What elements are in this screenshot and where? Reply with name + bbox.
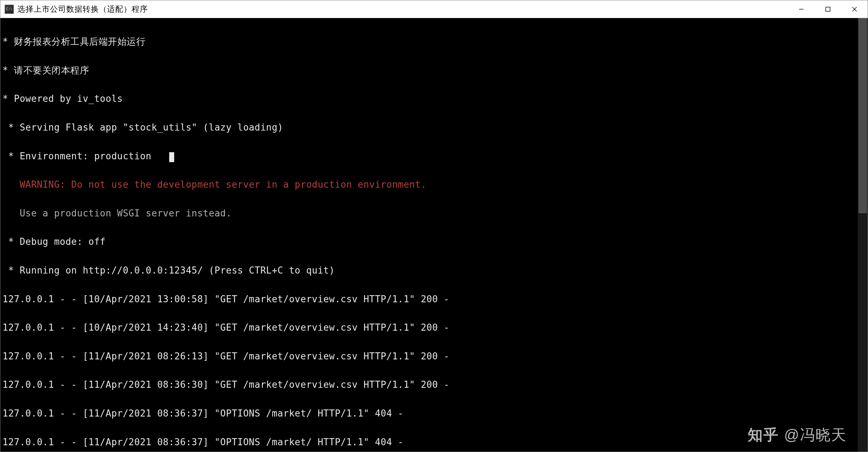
minimize-button[interactable] <box>788 0 814 18</box>
vertical-scrollbar[interactable] <box>858 18 868 452</box>
close-icon <box>852 6 857 12</box>
flask-debug-line: * Debug mode: off <box>2 235 868 249</box>
flask-serving-line: * Serving Flask app "stock_utils" (lazy … <box>2 120 868 134</box>
window-controls <box>788 0 868 18</box>
flask-warning-line: WARNING: Do not use the development serv… <box>2 177 868 192</box>
svg-rect-1 <box>826 7 830 11</box>
log-line: 127.0.0.1 - - [11/Apr/2021 08:36:37] "OP… <box>2 435 868 449</box>
watermark: 知乎 @冯晓天 <box>748 425 847 445</box>
minimize-icon <box>798 6 804 12</box>
maximize-icon <box>825 6 831 12</box>
banner-line: * Powered by iv_tools <box>2 92 868 106</box>
banner-line: * 财务报表分析工具后端开始运行 <box>2 34 868 49</box>
log-line: 127.0.0.1 - - [11/Apr/2021 08:26:13] "GE… <box>2 349 868 363</box>
terminal-area[interactable]: * 财务报表分析工具后端开始运行 * 请不要关闭本程序 * Powered by… <box>0 18 868 452</box>
log-line: 127.0.0.1 - - [10/Apr/2021 13:00:58] "GE… <box>2 292 868 306</box>
log-line: 127.0.0.1 - - [10/Apr/2021 14:23:40] "GE… <box>2 320 868 335</box>
flask-env-line: * Environment: production <box>2 149 868 163</box>
scrollbar-thumb[interactable] <box>858 18 867 213</box>
window-title: 选择上市公司数据转换（适配）程序 <box>17 4 788 15</box>
maximize-button[interactable] <box>814 0 841 18</box>
flask-prod-line: Use a production WSGI server instead. <box>2 206 868 220</box>
log-line: 127.0.0.1 - - [11/Apr/2021 08:36:30] "GE… <box>2 377 868 392</box>
log-line: 127.0.0.1 - - [11/Apr/2021 08:36:37] "OP… <box>2 406 868 420</box>
zhihu-logo: 知乎 <box>748 425 779 445</box>
window-cmd-icon: C:\ <box>5 5 14 14</box>
console-window: C:\ 选择上市公司数据转换（适配）程序 * 财务报表分析工具后端开始运行 * … <box>0 0 868 452</box>
env-text: * Environment: production <box>2 151 168 161</box>
watermark-author: @冯晓天 <box>784 425 847 445</box>
terminal-cursor <box>169 152 174 162</box>
flask-running-line: * Running on http://0.0.0.0:12345/ (Pres… <box>2 263 868 277</box>
titlebar[interactable]: C:\ 选择上市公司数据转换（适配）程序 <box>0 0 868 18</box>
close-button[interactable] <box>841 0 868 18</box>
banner-line: * 请不要关闭本程序 <box>2 63 868 77</box>
terminal-output: * 财务报表分析工具后端开始运行 * 请不要关闭本程序 * Powered by… <box>2 20 868 452</box>
